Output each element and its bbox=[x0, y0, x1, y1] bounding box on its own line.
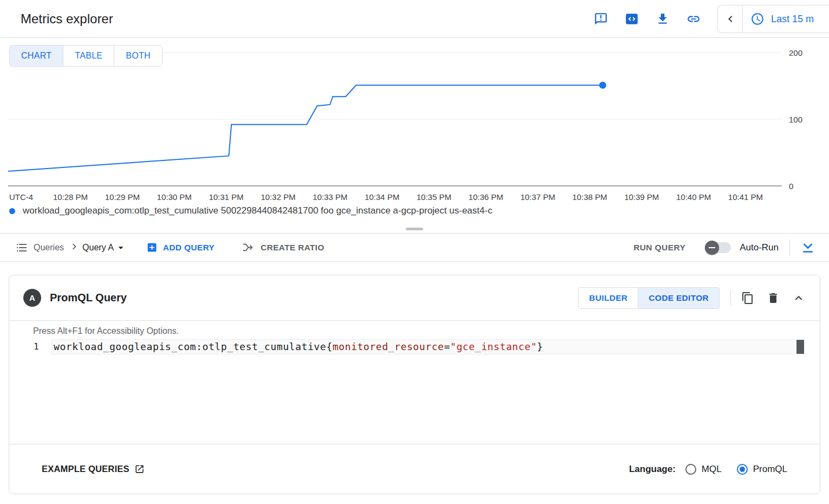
query-avatar: A bbox=[23, 289, 41, 307]
editor-mode-switch: BUILDER CODE EDITOR bbox=[578, 287, 720, 309]
svg-text:10:35 PM: 10:35 PM bbox=[417, 192, 451, 202]
mql-radio[interactable] bbox=[685, 464, 696, 475]
example-queries-link[interactable]: EXAMPLE QUERIES bbox=[42, 464, 145, 474]
svg-text:10:38 PM: 10:38 PM bbox=[572, 192, 607, 202]
legend-item[interactable]: workload_googleapis_com:otlp_test_cumula… bbox=[9, 205, 493, 216]
add-box-icon bbox=[146, 242, 158, 253]
svg-text:10:32 PM: 10:32 PM bbox=[261, 192, 295, 202]
query-selector-dropdown[interactable]: Query A bbox=[82, 242, 127, 254]
auto-run-label: Auto-Run bbox=[740, 242, 779, 253]
svg-text:0: 0 bbox=[789, 182, 793, 191]
toolbar-divider bbox=[789, 240, 790, 256]
language-selector: Language: MQL PromQL bbox=[629, 464, 787, 475]
delete-query-icon[interactable] bbox=[766, 291, 780, 305]
queries-label: Queries bbox=[34, 243, 64, 253]
query-list-icon bbox=[15, 241, 28, 254]
query-card-header: A PromQL Query BUILDER CODE EDITOR bbox=[9, 275, 820, 321]
tab-table[interactable]: TABLE bbox=[63, 46, 114, 66]
svg-text:10:41 PM: 10:41 PM bbox=[728, 192, 763, 202]
header-divider bbox=[730, 290, 731, 306]
tab-both[interactable]: BOTH bbox=[114, 46, 162, 66]
promql-label: PromQL bbox=[753, 464, 787, 475]
queries-toolbar: Queries Query A ADD QUERY CREATE RATIO R… bbox=[0, 233, 829, 262]
feedback-icon[interactable] bbox=[594, 12, 608, 26]
accessibility-hint: Press Alt+F1 for Accessibility Options. bbox=[33, 325, 820, 338]
open-in-new-icon bbox=[134, 464, 145, 474]
share-link-icon[interactable] bbox=[686, 12, 701, 26]
svg-text:UTC-4: UTC-4 bbox=[9, 192, 33, 202]
app-header: Metrics explorer Last 15 m bbox=[0, 0, 829, 38]
add-query-label: ADD QUERY bbox=[163, 243, 215, 253]
svg-text:10:33 PM: 10:33 PM bbox=[313, 192, 347, 202]
promql-radio[interactable] bbox=[737, 464, 748, 475]
svg-text:10:31 PM: 10:31 PM bbox=[209, 192, 243, 202]
query-card-title: PromQL Query bbox=[50, 292, 127, 304]
run-query-button[interactable]: RUN QUERY bbox=[633, 243, 685, 253]
language-option-mql[interactable]: MQL bbox=[685, 464, 722, 475]
code-editor-tab[interactable]: CODE EDITOR bbox=[638, 287, 720, 309]
add-query-button[interactable]: ADD QUERY bbox=[146, 242, 215, 253]
header-actions: Last 15 m bbox=[594, 0, 829, 38]
query-selector-label: Query A bbox=[82, 243, 114, 253]
mql-label: MQL bbox=[702, 464, 722, 475]
svg-text:10:39 PM: 10:39 PM bbox=[624, 192, 659, 202]
line-number: 1 bbox=[34, 339, 43, 354]
page-title: Metrics explorer bbox=[21, 11, 113, 27]
breadcrumb-chevron-icon bbox=[68, 241, 80, 255]
chart-section: CHART TABLE BOTH 0100200UTC-410:28 PM10:… bbox=[0, 38, 829, 233]
code-line-row: 1 workload_googleapis_com:otlp_test_cumu… bbox=[9, 339, 820, 354]
download-icon[interactable] bbox=[656, 12, 670, 26]
merge-arrows-icon bbox=[242, 241, 254, 254]
create-ratio-label: CREATE RATIO bbox=[261, 243, 325, 253]
editor-scrollbar-thumb[interactable] bbox=[796, 340, 804, 354]
code-view-icon[interactable] bbox=[625, 12, 639, 26]
svg-text:10:30 PM: 10:30 PM bbox=[157, 192, 192, 202]
svg-text:10:29 PM: 10:29 PM bbox=[105, 192, 140, 202]
auto-run-toggle[interactable] bbox=[706, 242, 731, 253]
time-range-button[interactable]: Last 15 m bbox=[742, 5, 829, 33]
collapse-time-panel-button[interactable] bbox=[717, 5, 742, 33]
svg-text:10:36 PM: 10:36 PM bbox=[469, 192, 503, 202]
example-queries-label: EXAMPLE QUERIES bbox=[42, 464, 129, 474]
svg-text:10:34 PM: 10:34 PM bbox=[365, 192, 399, 202]
code-line-content[interactable]: workload_googleapis_com:otlp_test_cumula… bbox=[51, 339, 794, 354]
toggle-knob bbox=[705, 241, 719, 255]
create-ratio-button[interactable]: CREATE RATIO bbox=[242, 241, 325, 254]
svg-text:100: 100 bbox=[789, 115, 802, 124]
svg-text:10:28 PM: 10:28 PM bbox=[53, 192, 88, 202]
collapse-all-queries-icon[interactable] bbox=[801, 241, 815, 255]
language-option-promql[interactable]: PromQL bbox=[737, 464, 787, 475]
collapse-query-icon[interactable] bbox=[792, 291, 806, 305]
tab-chart[interactable]: CHART bbox=[10, 46, 63, 66]
query-card: A PromQL Query BUILDER CODE EDITOR Press… bbox=[9, 275, 820, 494]
time-range-label: Last 15 m bbox=[771, 14, 814, 25]
svg-text:10:37 PM: 10:37 PM bbox=[520, 192, 555, 202]
duplicate-query-icon[interactable] bbox=[741, 291, 755, 305]
query-card-footer: EXAMPLE QUERIES Language: MQL PromQL bbox=[9, 444, 820, 494]
legend-series-dot bbox=[9, 208, 15, 214]
svg-text:10:40 PM: 10:40 PM bbox=[676, 192, 711, 202]
caret-down-icon bbox=[115, 242, 127, 254]
metrics-line-chart[interactable]: 0100200UTC-410:28 PM10:29 PM10:30 PM10:3… bbox=[0, 46, 829, 209]
svg-text:200: 200 bbox=[789, 48, 802, 57]
view-mode-tabs: CHART TABLE BOTH bbox=[9, 45, 163, 67]
promql-code-editor[interactable]: Press Alt+F1 for Accessibility Options. … bbox=[9, 321, 820, 444]
clock-icon bbox=[750, 12, 765, 26]
builder-tab[interactable]: BUILDER bbox=[578, 287, 638, 309]
toolbar-right-group: RUN QUERY Auto-Run bbox=[633, 240, 815, 256]
legend-series-label: workload_googleapis_com:otlp_test_cumula… bbox=[23, 205, 493, 216]
chevron-left-icon bbox=[724, 12, 737, 25]
language-label: Language: bbox=[629, 464, 676, 475]
resize-drag-handle[interactable] bbox=[406, 228, 423, 230]
